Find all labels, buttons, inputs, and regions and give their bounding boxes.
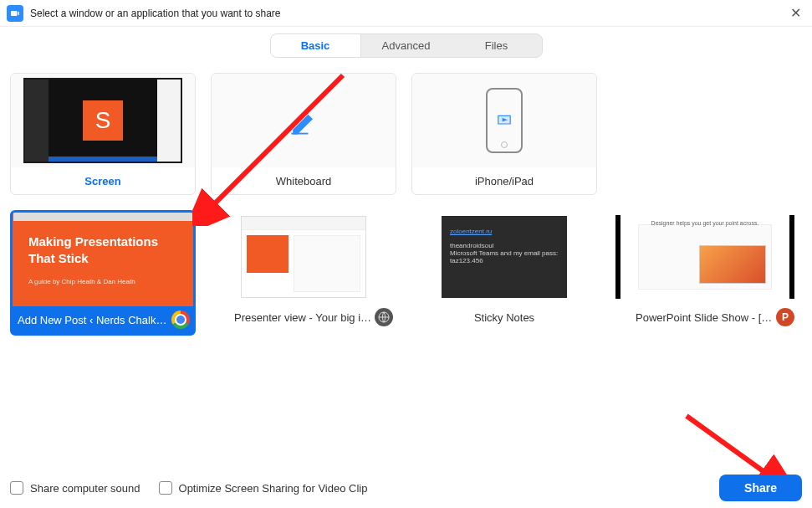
tile-whiteboard[interactable]: Whiteboard [211, 73, 396, 195]
phone-icon [412, 74, 596, 167]
footer-bar: Share computer sound Optimize Screen Sha… [0, 475, 812, 501]
share-button[interactable]: Share [719, 475, 802, 501]
tile-presenter-view[interactable]: Presenter view - Your big idea - G... [211, 210, 396, 336]
tile-label: Screen [34, 175, 171, 187]
checkbox-label: Share computer sound [30, 482, 140, 495]
slide-subtitle: A guide by Chip Heath & Dan Heath [28, 278, 177, 285]
tab-advanced[interactable]: Advanced [361, 34, 452, 57]
chrome-icon [171, 310, 190, 329]
tab-files[interactable]: Files [452, 34, 542, 57]
tile-label: Presenter view - Your big idea - G... [234, 311, 373, 324]
slide-title: Making Presentations That Stick [28, 233, 177, 266]
screen-thumbnail: S [11, 74, 195, 167]
close-icon[interactable]: ✕ [785, 3, 805, 23]
share-options-grid: S Screen Whiteboard iPhone/iPad [0, 73, 812, 336]
checkbox-icon [159, 481, 172, 495]
sticky-link: zoloentzent.ru [450, 228, 559, 235]
powerpoint-icon: P [776, 308, 794, 326]
svg-line-3 [687, 416, 770, 476]
ppt-caption: Designer helps you get your point across… [651, 220, 759, 226]
tile-screen[interactable]: S Screen [10, 73, 196, 195]
globe-icon [375, 308, 393, 326]
checkbox-optimize-video[interactable]: Optimize Screen Sharing for Video Clip [159, 481, 368, 495]
sticky-line: taz123.456 [450, 257, 559, 264]
checkbox-share-sound[interactable]: Share computer sound [10, 481, 140, 495]
zoom-app-icon [7, 5, 23, 22]
tile-chrome-window[interactable]: Making Presentations That Stick A guide … [10, 210, 196, 336]
svg-rect-0 [291, 133, 308, 135]
whiteboard-icon [212, 74, 396, 167]
tile-label: Whiteboard [235, 175, 372, 187]
tile-sticky-notes[interactable]: zoloentzent.ru theandroidsoul Microsoft … [411, 210, 597, 336]
tile-iphone-ipad[interactable]: iPhone/iPad [411, 73, 597, 195]
presenter-thumbnail [211, 210, 396, 304]
tile-powerpoint[interactable]: Designer helps you get your point across… [612, 210, 798, 336]
ppt-thumbnail: Designer helps you get your point across… [612, 210, 798, 304]
tab-basic[interactable]: Basic [271, 34, 361, 57]
tile-label: PowerPoint Slide Show - [Present... [636, 311, 774, 324]
tile-label: iPhone/iPad [436, 175, 573, 187]
sticky-line: theandroidsoul [450, 242, 559, 249]
checkbox-label: Optimize Screen Sharing for Video Clip [179, 482, 368, 495]
sticky-line: Microsoft Teams and my email pass: [450, 249, 559, 257]
titlebar: Select a window or an application that y… [0, 0, 812, 27]
chrome-thumbnail: Making Presentations That Stick A guide … [13, 213, 193, 306]
tile-label: Sticky Notes [435, 311, 574, 324]
window-title: Select a window or an application that y… [30, 8, 785, 19]
sticky-thumbnail: zoloentzent.ru theandroidsoul Microsoft … [411, 210, 597, 304]
share-mode-tabs: Basic Advanced Files [0, 33, 812, 58]
tile-label: Add New Post ‹ Nerds Chalk — ... [18, 314, 170, 326]
checkbox-icon [10, 481, 23, 495]
